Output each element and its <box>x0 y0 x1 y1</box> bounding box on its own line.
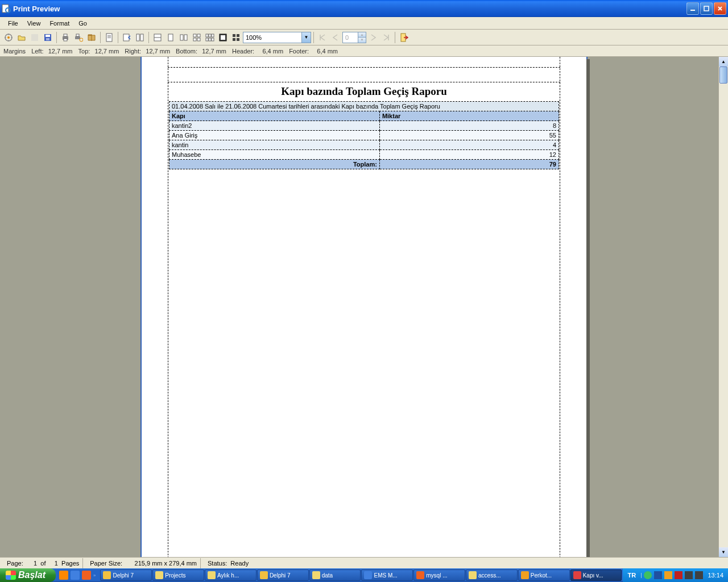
page-width-button[interactable] <box>151 31 164 44</box>
task-item[interactable]: Delphi 7 <box>100 569 152 581</box>
margins-label: Margins <box>3 48 26 55</box>
svg-rect-26 <box>180 35 183 40</box>
vertical-scrollbar[interactable]: ▲ ▼ <box>718 57 728 557</box>
scroll-thumb[interactable] <box>719 66 727 84</box>
columns-button[interactable] <box>134 31 146 44</box>
page-up[interactable]: ▲ <box>358 32 366 38</box>
page-setup-button[interactable] <box>103 31 115 44</box>
svg-rect-22 <box>140 34 143 41</box>
svg-rect-35 <box>206 38 208 41</box>
svg-rect-27 <box>184 35 187 40</box>
task-item[interactable]: Aylık h... <box>205 569 257 581</box>
svg-rect-43 <box>237 38 239 41</box>
svg-rect-6 <box>31 34 38 41</box>
tray-icon[interactable] <box>664 571 672 579</box>
svg-rect-42 <box>233 38 235 41</box>
svg-rect-34 <box>212 34 214 37</box>
menubar: File View Format Go <box>0 17 728 30</box>
print-button[interactable] <box>59 31 72 44</box>
task-item[interactable]: mysql ... <box>413 569 465 581</box>
multi-page-button[interactable] <box>204 31 216 44</box>
total-value: 79 <box>379 160 559 169</box>
save-button <box>28 31 41 44</box>
widen-button[interactable] <box>217 31 229 44</box>
design-button[interactable] <box>2 31 15 44</box>
task-item-active[interactable]: Kapı v... <box>570 569 622 581</box>
lang-indicator[interactable]: TR <box>627 572 636 579</box>
svg-rect-19 <box>107 38 111 38</box>
scroll-up-icon[interactable]: ▲ <box>719 57 728 66</box>
system-tray: TR | 13:14 <box>623 568 728 582</box>
svg-rect-8 <box>46 35 50 37</box>
shrink-button[interactable] <box>121 31 133 44</box>
svg-rect-33 <box>209 34 211 37</box>
svg-rect-9 <box>46 38 49 40</box>
close-preview-button[interactable] <box>398 31 410 44</box>
tray-icon[interactable] <box>644 571 652 579</box>
svg-point-5 <box>7 36 10 39</box>
whole-page-button[interactable] <box>164 31 177 44</box>
windows-flag-icon <box>6 571 16 580</box>
toolbar: 100%▼ 0▲▼ <box>0 30 728 45</box>
tray-icon[interactable] <box>695 571 703 579</box>
prev-page-button <box>329 31 342 44</box>
tray-icon[interactable] <box>654 571 662 579</box>
menu-view[interactable]: View <box>23 19 46 28</box>
task-item[interactable]: access... <box>466 569 518 581</box>
task-item[interactable]: Projects <box>152 569 204 581</box>
margins-bar: Margins Left:12,7 mm Top:12,7 mm Right:1… <box>0 45 728 57</box>
dropdown-icon[interactable]: ▼ <box>301 32 311 43</box>
svg-rect-13 <box>75 36 80 39</box>
menu-go[interactable]: Go <box>74 19 92 28</box>
svg-rect-41 <box>237 34 239 37</box>
app-icon <box>2 4 11 13</box>
svg-rect-36 <box>209 38 211 41</box>
page-input[interactable]: 0▲▼ <box>342 32 366 43</box>
svg-rect-31 <box>197 38 200 41</box>
svg-point-15 <box>80 38 83 41</box>
start-button[interactable]: Başlat <box>0 568 56 582</box>
maximize-button[interactable] <box>700 2 713 15</box>
task-item[interactable]: Delphi 7 <box>257 569 309 581</box>
svg-rect-39 <box>221 35 225 40</box>
zoom-combo[interactable]: 100%▼ <box>243 32 311 43</box>
explorer-button[interactable] <box>85 31 98 44</box>
titlebar: Print Preview <box>0 0 728 17</box>
close-button[interactable] <box>714 2 726 15</box>
report: Kapı bazında Toplam Geçiş Raporu 01.04.2… <box>169 85 559 169</box>
task-item[interactable]: data <box>309 569 361 581</box>
save-as-button[interactable] <box>42 31 54 44</box>
menu-format[interactable]: Format <box>45 19 74 28</box>
print-dialog-button[interactable] <box>72 31 85 44</box>
task-item[interactable]: Perkot... <box>518 569 570 581</box>
minimize-button[interactable] <box>686 2 699 15</box>
preview-area[interactable]: Kapı bazında Toplam Geçiş Raporu 01.04.2… <box>0 57 728 557</box>
svg-rect-2 <box>690 10 695 11</box>
ql-icon-1[interactable] <box>59 571 68 580</box>
svg-rect-14 <box>76 34 79 36</box>
tray-icon[interactable] <box>685 571 693 579</box>
ql-icon-2[interactable] <box>71 571 80 580</box>
last-page-button <box>380 31 392 44</box>
zoom-value: 100% <box>243 34 301 41</box>
col-kapi: Kapı <box>169 111 380 121</box>
next-page-button <box>367 31 379 44</box>
open-button[interactable] <box>15 31 28 44</box>
multipage-button[interactable] <box>230 31 242 44</box>
scroll-down-icon[interactable]: ▼ <box>719 547 728 557</box>
svg-rect-11 <box>64 34 67 36</box>
first-page-button <box>316 31 329 44</box>
svg-rect-29 <box>197 34 200 37</box>
quick-launch: » <box>56 568 99 582</box>
tray-icon[interactable] <box>675 571 682 579</box>
four-pages-button[interactable] <box>191 31 203 44</box>
total-label: Toplam: <box>169 160 380 169</box>
taskbar: Başlat » Delphi 7 Projects Aylık h... De… <box>0 568 728 582</box>
ql-icon-3[interactable] <box>82 571 91 580</box>
menu-file[interactable]: File <box>3 19 23 28</box>
task-item[interactable]: EMS M... <box>361 569 413 581</box>
clock[interactable]: 13:14 <box>708 572 723 579</box>
two-pages-button[interactable] <box>177 31 190 44</box>
ql-expand-icon[interactable]: » <box>93 573 96 578</box>
page-down[interactable]: ▼ <box>358 38 366 43</box>
